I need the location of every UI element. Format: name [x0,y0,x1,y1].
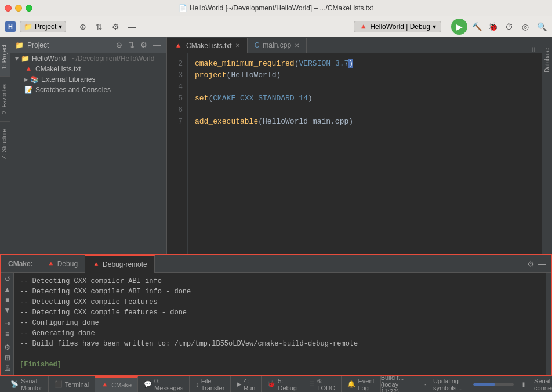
cmake-file-item[interactable]: 🔺 CMakeLists.txt [20,64,166,74]
log-line-finished: [Finished] [20,360,540,370]
cpp-tab-close[interactable]: ✕ [295,42,299,49]
maximize-button[interactable] [26,5,32,12]
serial-monitor-tab[interactable]: 📡 Serial Monitor [5,376,49,393]
database-label: Database [544,43,550,77]
run-configuration-selector[interactable]: 🔺 HelloWorld | Debug ▾ [354,21,441,32]
tab-cmake[interactable]: 🔺 CMakeLists.txt ✕ [167,38,248,53]
panel-close-icon[interactable]: — [538,259,546,268]
messages-tab[interactable]: 💬 0: Messages [138,376,190,393]
cmake-tab-label: CMakeLists.txt [186,42,232,50]
tab-main-cpp[interactable]: C main.cpp ✕ [248,38,307,53]
debug-status-tab[interactable]: 🐞 5: Debug [262,376,303,393]
scroll-from-source-button[interactable]: ⇅ [127,39,136,50]
close-button[interactable] [5,5,12,12]
sidebar-item-project[interactable]: 1: Project [0,37,10,76]
toolbar-separator [71,21,71,32]
scratches-item[interactable]: 📝 Scratches and Consoles [20,85,166,95]
external-libraries-item[interactable]: ▸ 📚 External Libraries [20,74,166,85]
debug-button[interactable]: 🐞 [486,20,500,34]
log-line-5: -- Configuring done [20,318,540,328]
app-logo: H [3,20,17,34]
update-status: Updating symbols... [433,378,466,391]
settings-icon-btn[interactable]: ⚙ [2,343,13,351]
expand-icon: ▾ [15,55,19,63]
cmake-status-tab[interactable]: 🔺 CMake [95,376,138,393]
toolbar-right: 🔺 HelloWorld | Debug ▾ ▶ 🔨 🐞 ⏱ ◎ 🔍 [354,19,549,35]
cmake-status-icon: 🔺 [101,381,109,389]
panel-minimize-button[interactable]: — [152,39,162,50]
new-file-button[interactable]: ⊕ [76,20,90,34]
filter-button[interactable]: ≡ [2,330,13,338]
debug-status-label: 5: Debug [278,378,296,391]
sync-button[interactable]: ⇅ [92,20,106,34]
project-root-item[interactable]: ▾ 📁 HelloWorld ~/Development/HelloWorld [10,53,166,64]
run-tab-label: 4: Run [244,378,255,391]
pause-button[interactable]: ⏸ [531,46,537,53]
sidebar-item-structure[interactable]: Z: Structure [0,121,10,166]
debug-tab[interactable]: 🔺 Debug [40,255,85,273]
separator-dot: · [424,381,426,388]
close-panel-button[interactable]: — [125,20,139,34]
wrap-button[interactable]: ⇥ [2,320,13,328]
todo-label: 6: TODO [317,378,336,391]
serial-monitor-label: Serial Monitor [21,378,42,391]
cmake-tab-close[interactable]: ✕ [235,42,240,49]
log-line-7: -- Build files have been written to: /tm… [20,339,540,349]
toolbar: H 📁 Project ▾ ⊕ ⇅ ⚙ — 🔺 HelloWorld | Deb… [0,16,552,37]
refresh-button[interactable]: ↺ [2,275,13,283]
panel-settings-icon[interactable]: ⚙ [527,259,535,268]
cmake-tab-icon: 🔺 [174,42,183,50]
run-config-chevron: ▾ [433,23,436,31]
progress-bar-container [473,383,514,386]
coverage-button[interactable]: ◎ [518,20,532,34]
debug-status-icon: 🐞 [267,380,275,388]
search-everywhere-button[interactable]: 🔍 [535,20,549,34]
run-tab-icon: ▶ [237,380,241,388]
scratches-icon: 📝 [24,86,33,94]
cpp-tab-icon: C [255,41,260,49]
collapse-all-button[interactable]: ⊕ [115,39,124,50]
bottom-panel-actions: ⚙ — [522,259,551,268]
messages-label: 0: Messages [154,378,183,391]
log-line-empty [20,349,540,360]
sidebar-item-favorites[interactable]: 2: Favorites [0,76,10,121]
project-selector[interactable]: 📁 Project ▾ [20,21,66,32]
status-bar: 📡 Serial Monitor ⬛ Terminal 🔺 CMake 💬 0:… [0,376,552,392]
event-log-label: Event Log [358,378,374,391]
database-tab[interactable]: Database [543,37,551,83]
run-button[interactable]: ▶ [451,19,467,35]
build-button[interactable]: 🔨 [470,20,484,34]
traffic-lights [5,5,32,12]
minimize-button[interactable] [15,5,22,12]
settings-button[interactable]: ⚙ [108,20,122,34]
debug-remote-tab[interactable]: 🔺 Debug-remote [85,255,155,273]
stop-button[interactable]: ■ [2,296,13,304]
connection-status: Serial:<Not connected> [534,378,552,391]
bottom-scrollbar[interactable] [546,273,551,375]
file-icon: 📄 [179,4,187,12]
folder-icon: 📁 [24,23,32,31]
event-log-tab[interactable]: 🔔 Event Log [342,376,380,393]
pause-indicator: ⏸ [521,381,527,388]
cpp-tab-label: main.cpp [263,41,291,49]
terminal-icon: ⬛ [55,380,63,388]
cmake-run-icon: 🔺 [359,23,368,31]
folder-icon-header: 📁 [15,41,24,49]
project-icon: 📁 [21,55,30,63]
todo-tab[interactable]: ☰ 6: TODO [303,376,342,393]
profile-button[interactable]: ⏱ [502,20,516,34]
stack-button[interactable]: ⊞ [2,354,13,362]
print-button[interactable]: 🖶 [2,364,13,372]
run-tab[interactable]: ▶ 4: Run [231,376,262,393]
project-panel-header: 📁 Project ⊕ ⇅ ⚙ — [10,37,166,53]
terminal-tab[interactable]: ⬛ Terminal [49,376,96,393]
scroll-up-button[interactable]: ▲ [2,285,13,293]
panel-settings-button[interactable]: ⚙ [139,39,148,50]
log-line-2: -- Detecting CXX compiler ABI info - don… [20,286,540,297]
cmake-output: -- Detecting CXX compiler ABI info -- De… [14,273,546,375]
file-transfer-tab[interactable]: ↕ File Transfer [190,376,231,393]
title-bar: 📄 HelloWorld [~/Development/HelloWorld] … [0,0,552,16]
cmake-status-label: CMake [111,382,132,389]
status-bar-right: Build f... (today 11:22) · Updating symb… [381,374,552,393]
scroll-down-button[interactable]: ▼ [2,306,13,314]
